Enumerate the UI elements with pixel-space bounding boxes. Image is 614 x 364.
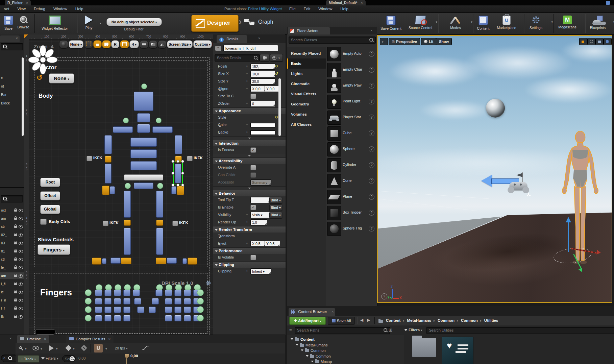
detail-value-field[interactable]: 30,0	[250, 78, 275, 84]
custom-size-dropdown[interactable]: Custom ▾	[193, 40, 212, 48]
hierarchy-item[interactable]: ox]	[0, 207, 25, 214]
selection-handle[interactable]	[171, 160, 174, 163]
lock-icon[interactable]	[14, 308, 17, 310]
save-button[interactable]: Save	[1, 16, 16, 30]
finger-control-square[interactable]	[123, 290, 130, 296]
finger-control-square[interactable]	[184, 298, 191, 305]
finger-control-square[interactable]	[174, 307, 181, 313]
lock-icon[interactable]	[14, 218, 17, 220]
section-header-accessibility[interactable]: Accessibility	[213, 157, 286, 164]
graph-tab-button[interactable]: Graph	[244, 18, 281, 26]
help-icon[interactable]: ?	[369, 146, 374, 152]
finger-control-square[interactable]	[104, 315, 112, 321]
detail-dropdown[interactable]: Visib ▾	[250, 212, 271, 218]
selection-handle[interactable]	[171, 184, 174, 187]
finger-control-square[interactable]	[165, 307, 172, 313]
finger-control-square[interactable]	[104, 307, 112, 313]
track-search-input[interactable]: Sea	[62, 355, 76, 362]
lock-icon[interactable]	[14, 275, 17, 277]
flip-preview-icon[interactable]	[158, 40, 167, 48]
hierarchy-item[interactable]: am	[0, 215, 25, 222]
menu-item-window[interactable]: Window	[49, 5, 71, 13]
finger-control-square[interactable]	[134, 298, 141, 305]
eye-icon[interactable]	[19, 307, 23, 310]
tab-details[interactable]: i Details	[217, 35, 247, 43]
breadcrumb-content[interactable]: Content	[386, 317, 400, 324]
finger-control-circle[interactable]	[197, 315, 204, 321]
lock-icon[interactable]	[14, 291, 17, 293]
finger-control-square[interactable]	[104, 290, 112, 296]
global-button[interactable]: Global	[40, 205, 60, 214]
category-volumes[interactable]: Volumes	[287, 109, 326, 119]
selection-handle[interactable]	[176, 160, 179, 163]
preview-background-icon[interactable]	[149, 40, 157, 48]
finger-control-circle[interactable]	[85, 289, 92, 296]
expand-arrow-icon[interactable]	[301, 349, 303, 351]
breadcrumb-common[interactable]: Common	[461, 317, 478, 324]
rig-control-b[interactable]	[156, 191, 163, 218]
eye-icon[interactable]	[19, 234, 23, 237]
view-options-eye-dropdown[interactable]: ▾	[270, 54, 283, 62]
category-lights[interactable]: Lights	[287, 69, 326, 79]
rig-control-b[interactable]	[124, 228, 131, 255]
tree-item-metahumans[interactable]: MetaHumans	[296, 343, 327, 347]
widget-reflector-button[interactable]: Widget Reflector	[39, 16, 71, 30]
selection-handle[interactable]	[171, 172, 174, 175]
hierarchy-item[interactable]: l_f	[0, 305, 25, 312]
detail-dropdown[interactable]: Summary ▾	[250, 179, 271, 186]
close-icon[interactable]: ×	[370, 28, 372, 32]
marketplace-button[interactable]: UMarketplace	[492, 16, 521, 30]
viewport-options-dropdown[interactable]: ▾	[380, 38, 388, 45]
help-icon[interactable]: ?	[369, 130, 374, 136]
lock-icon[interactable]	[14, 210, 17, 212]
close-icon[interactable]: ×	[258, 36, 260, 40]
finger-control-circle[interactable]	[85, 315, 92, 321]
place-actor-item[interactable]: Cube?	[326, 125, 377, 141]
reset-to-default-icon[interactable]: ↺	[275, 71, 278, 76]
chrome-sphere-prop[interactable]	[486, 99, 505, 118]
expand-arrow-icon[interactable]	[311, 361, 314, 362]
rig-control-b[interactable]	[130, 161, 157, 170]
category-cinematic[interactable]: Cinematic	[287, 79, 326, 89]
finger-control-square[interactable]	[95, 298, 102, 305]
rig-control-g[interactable]	[125, 183, 131, 189]
rig-control-o[interactable]	[177, 186, 184, 195]
wrench-icon[interactable]	[18, 345, 24, 351]
view-toggle-icon[interactable]: ⊞	[389, 327, 392, 333]
selection-handle[interactable]	[181, 184, 184, 187]
hierarchy-item[interactable]: 03_	[0, 240, 25, 246]
playback-play-icon[interactable]	[49, 345, 54, 351]
lock-icon[interactable]	[14, 259, 17, 261]
place-actor-item[interactable]: Empty Acto?	[326, 46, 377, 62]
rig-control-o[interactable]	[124, 220, 131, 226]
place-actor-item[interactable]: Sphere?	[326, 141, 377, 157]
tree-item-common[interactable]: Common	[301, 348, 326, 353]
finger-control-square[interactable]	[165, 298, 172, 305]
grid-size-dropdown[interactable]: 4 ▾	[129, 40, 139, 48]
rig-control-b[interactable]	[152, 126, 173, 133]
screen-size-dropdown[interactable]: Screen Size ▾	[167, 40, 193, 48]
selection-handle[interactable]	[181, 172, 184, 175]
lock-icon[interactable]	[14, 226, 17, 228]
expand-arrow-icon[interactable]	[291, 338, 293, 340]
place-actor-item[interactable]: Point Light?	[326, 94, 377, 110]
section-header-render-transform[interactable]: Render Transform	[213, 226, 286, 233]
detail-checkbox[interactable]	[250, 94, 256, 99]
finger-control-square[interactable]	[104, 298, 112, 305]
expand-arrow-icon[interactable]	[296, 344, 298, 346]
finger-control-square[interactable]	[152, 298, 159, 305]
rig-control-b[interactable]	[110, 186, 115, 194]
finger-control-square[interactable]	[123, 298, 130, 305]
finger-control-square[interactable]	[184, 290, 191, 296]
palette-scrollbar[interactable]	[22, 57, 24, 136]
viewport-screenshot-icon[interactable]	[595, 38, 604, 45]
rig-control-o[interactable]	[105, 156, 112, 163]
bind-dropdown[interactable]: Bind ▾	[269, 204, 282, 211]
category-all-classes[interactable]: All Classes	[287, 119, 326, 129]
rig-control-o[interactable]	[92, 258, 101, 265]
place-actor-item[interactable]: Sphere Trig?	[326, 221, 377, 237]
designer-tab-button[interactable]: Designer	[191, 15, 239, 32]
lock-icon[interactable]	[93, 40, 102, 48]
finger-control-square[interactable]	[174, 298, 181, 305]
viewport-cycle-icon[interactable]	[587, 38, 595, 45]
